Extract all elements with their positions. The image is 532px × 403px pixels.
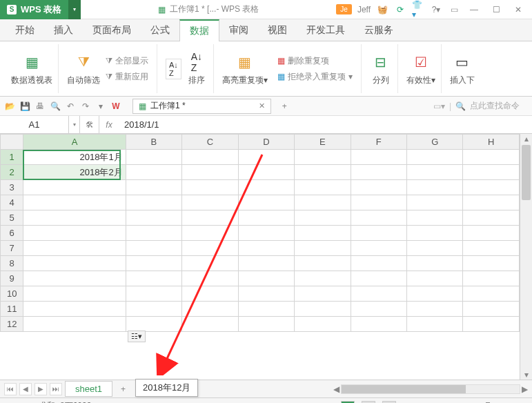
ribbon-split[interactable]: ⊟ 分列 xyxy=(364,44,398,93)
formula-input[interactable]: 2018/1/1 xyxy=(119,116,532,133)
cell[interactable] xyxy=(406,271,462,286)
cell[interactable] xyxy=(406,210,462,226)
cell[interactable] xyxy=(406,165,462,180)
cell[interactable] xyxy=(406,195,462,210)
cell[interactable] xyxy=(238,195,294,210)
cell[interactable] xyxy=(182,256,238,271)
cell[interactable] xyxy=(23,226,126,241)
cell[interactable] xyxy=(295,256,351,271)
cell[interactable] xyxy=(182,241,238,256)
search-placeholder[interactable]: 点此查找命令 xyxy=(470,100,520,112)
col-header-d[interactable]: D xyxy=(238,135,294,150)
horizontal-scrollbar[interactable] xyxy=(341,384,520,394)
row-header-9[interactable]: 9 xyxy=(1,271,23,286)
col-header-h[interactable]: H xyxy=(463,135,520,150)
cell[interactable] xyxy=(463,195,520,210)
window-icon[interactable]: ▭ xyxy=(448,3,460,16)
cell[interactable] xyxy=(463,302,520,317)
basket-icon[interactable]: 🧺 xyxy=(376,3,388,16)
cell[interactable] xyxy=(295,195,351,210)
ribbon-pivot[interactable]: ▦ 数据透视表 xyxy=(6,44,59,93)
sheet-tab-sheet1[interactable]: sheet1 xyxy=(65,381,112,397)
cell[interactable] xyxy=(126,317,181,332)
cell[interactable] xyxy=(295,150,351,165)
row-header-5[interactable]: 5 xyxy=(1,210,23,226)
cell-a2[interactable]: 2018年2月 xyxy=(23,165,126,180)
print-icon[interactable]: 🖶 xyxy=(35,101,46,112)
cell[interactable] xyxy=(351,210,406,226)
row-header-6[interactable]: 6 xyxy=(1,226,23,241)
menu-view[interactable]: 视图 xyxy=(258,20,297,41)
cell[interactable] xyxy=(238,210,294,226)
row-header-1[interactable]: 1 xyxy=(1,150,23,165)
cell[interactable] xyxy=(23,210,126,226)
menu-dev-tools[interactable]: 开发工具 xyxy=(297,20,355,41)
cell[interactable] xyxy=(238,180,294,195)
spreadsheet-grid[interactable]: A B C D E F G H 12018年1月 22018年2月 3 4 5 … xyxy=(0,134,520,332)
cell[interactable] xyxy=(351,150,406,165)
cell[interactable] xyxy=(126,210,181,226)
cell[interactable] xyxy=(295,210,351,226)
maximize-button[interactable]: ☐ xyxy=(488,3,504,17)
wps-w-icon[interactable]: W xyxy=(110,101,121,112)
cell[interactable] xyxy=(351,317,406,332)
minimize-button[interactable]: — xyxy=(466,3,482,17)
row-header-4[interactable]: 4 xyxy=(1,195,23,210)
row-header-12[interactable]: 12 xyxy=(1,317,23,332)
cell[interactable] xyxy=(463,180,520,195)
row-header-8[interactable]: 8 xyxy=(1,256,23,271)
cell[interactable] xyxy=(126,165,181,180)
cell[interactable] xyxy=(406,241,462,256)
row-header-2[interactable]: 2 xyxy=(1,165,23,180)
cell[interactable] xyxy=(126,180,181,195)
select-all-corner[interactable] xyxy=(1,135,23,150)
cell[interactable] xyxy=(406,226,462,241)
cell[interactable] xyxy=(126,195,181,210)
sheet-nav-last[interactable]: ⏭ xyxy=(50,383,62,395)
cell[interactable] xyxy=(295,241,351,256)
autofill-options-button[interactable]: ☷▾ xyxy=(128,331,146,342)
cell[interactable] xyxy=(126,271,181,286)
col-header-b[interactable]: B xyxy=(126,135,181,150)
document-tab[interactable]: ▦ 工作簿1 * ✕ xyxy=(132,99,271,114)
sync-icon[interactable]: ⟳ xyxy=(394,3,406,16)
col-header-a[interactable]: A xyxy=(23,135,126,150)
cell[interactable] xyxy=(238,317,294,332)
cell[interactable] xyxy=(126,241,181,256)
menu-data[interactable]: 数据 xyxy=(179,19,219,41)
cell[interactable] xyxy=(463,271,520,286)
sheet-nav-prev[interactable]: ◀ xyxy=(19,383,32,395)
cell[interactable] xyxy=(182,286,238,302)
cell[interactable] xyxy=(295,302,351,317)
close-button[interactable]: ✕ xyxy=(510,3,526,17)
cell[interactable] xyxy=(182,210,238,226)
col-header-g[interactable]: G xyxy=(406,135,462,150)
user-name[interactable]: Jeff xyxy=(357,5,371,14)
cell[interactable] xyxy=(238,271,294,286)
help-icon[interactable]: ?▾ xyxy=(430,3,442,16)
row-header-10[interactable]: 10 xyxy=(1,286,23,302)
cell[interactable] xyxy=(351,241,406,256)
scroll-up-icon[interactable]: ▴ xyxy=(520,134,532,144)
menu-start[interactable]: 开始 xyxy=(6,20,44,41)
view-break-button[interactable] xyxy=(382,401,396,404)
hscroll-thumb[interactable] xyxy=(342,385,466,393)
cell[interactable] xyxy=(238,150,294,165)
cell[interactable] xyxy=(351,271,406,286)
cell[interactable] xyxy=(126,286,181,302)
preview-icon[interactable]: 🔍 xyxy=(50,101,61,112)
menu-cloud[interactable]: 云服务 xyxy=(355,20,403,41)
cell[interactable] xyxy=(23,317,126,332)
scroll-down-icon[interactable]: ▾ xyxy=(520,370,532,380)
cell[interactable] xyxy=(406,302,462,317)
cell[interactable] xyxy=(126,256,181,271)
ribbon-sort-az[interactable]: A↓Z xyxy=(166,59,181,79)
cell[interactable] xyxy=(238,165,294,180)
cell[interactable] xyxy=(182,180,238,195)
open-icon[interactable]: 📂 xyxy=(4,101,15,112)
ribbon-reapply[interactable]: ⧩重新应用 xyxy=(103,70,151,84)
vertical-scrollbar[interactable]: ▴ ▾ xyxy=(520,134,532,380)
cell[interactable] xyxy=(238,226,294,241)
cell[interactable] xyxy=(295,226,351,241)
cell[interactable] xyxy=(23,241,126,256)
